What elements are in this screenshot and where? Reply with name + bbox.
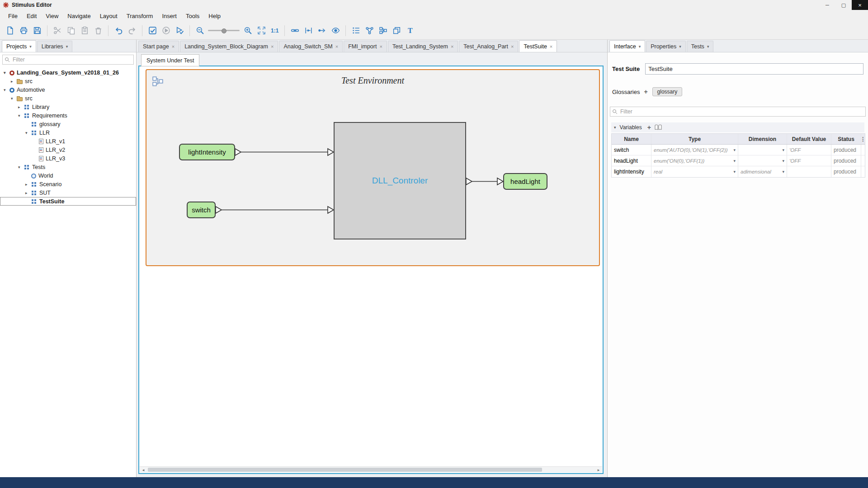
tree-item-tests[interactable]: ▾Tests xyxy=(0,163,136,171)
tab-landing-system-block-diagram[interactable]: Landing_System_Block_Diagram× xyxy=(180,41,278,52)
simulate-button[interactable] xyxy=(173,24,186,37)
close-icon[interactable]: × xyxy=(511,44,514,49)
ports-button[interactable] xyxy=(302,24,315,37)
close-icon[interactable]: × xyxy=(335,44,338,49)
link-button[interactable] xyxy=(288,24,301,37)
observer-button[interactable] xyxy=(329,24,342,37)
cell-dimension[interactable]: ▾ xyxy=(738,155,787,166)
paste-button[interactable] xyxy=(78,24,91,37)
zoom-in-button[interactable] xyxy=(241,24,254,37)
zoom-slider[interactable] xyxy=(208,24,240,37)
validate-button[interactable] xyxy=(146,24,159,37)
menu-layout[interactable]: Layout xyxy=(95,11,122,21)
expander-icon[interactable]: ▸ xyxy=(18,105,24,109)
relations-button[interactable] xyxy=(363,24,376,37)
tree-item-world[interactable]: World xyxy=(0,171,136,180)
copy-button[interactable] xyxy=(65,24,77,37)
minimize-button[interactable]: ─ xyxy=(819,0,835,10)
cell-dimension[interactable]: ▾ xyxy=(738,145,787,155)
table-row-headlight[interactable]: headLight enum('ON(0),'OFF(1))▾ ▾ 'OFF p… xyxy=(612,155,865,166)
close-icon[interactable]: × xyxy=(451,44,453,49)
expander-icon[interactable]: ▾ xyxy=(4,70,9,75)
fit-to-view-button[interactable] xyxy=(255,24,268,37)
menu-navigate[interactable]: Navigate xyxy=(63,11,95,21)
tab-start-page[interactable]: Start page× xyxy=(138,41,179,52)
zoom-reset-button[interactable]: 1:1 xyxy=(269,24,281,37)
tree-item-testsuite[interactable]: TestSuite xyxy=(0,197,136,206)
close-icon[interactable]: × xyxy=(271,44,274,49)
menu-view[interactable]: View xyxy=(41,11,63,21)
tree-item-llr-v3[interactable]: LLR_v3 xyxy=(0,154,136,163)
table-menu-icon[interactable]: ⋮ xyxy=(861,136,865,142)
tab-projects[interactable]: Projects ▾ xyxy=(2,40,36,52)
scroll-right-button[interactable]: ▸ xyxy=(595,467,602,473)
close-icon[interactable]: × xyxy=(379,44,382,49)
zoom-slider-knob[interactable] xyxy=(222,28,226,33)
dimension-dropdown-icon[interactable]: ▾ xyxy=(780,148,784,152)
tree-item-requirements[interactable]: ▾Requirements xyxy=(0,111,136,120)
close-icon[interactable]: × xyxy=(172,44,175,49)
diagram-canvas[interactable]: Test Environment xyxy=(138,66,604,474)
expander-icon[interactable]: ▾ xyxy=(18,165,24,169)
menu-tools[interactable]: Tools xyxy=(181,11,204,21)
menu-edit[interactable]: Edit xyxy=(22,11,41,21)
tree-item-src[interactable]: ▸src xyxy=(0,77,136,85)
expander-icon[interactable]: ▾ xyxy=(614,125,616,130)
chevron-down-icon[interactable]: ▾ xyxy=(66,44,68,49)
tree-item-sut[interactable]: ▸SUT xyxy=(0,188,136,197)
table-row-lightintensity[interactable]: lightIntensity real▾ adimensional▾ produ… xyxy=(612,166,865,177)
tab-test-landing-system[interactable]: Test_Landing_System× xyxy=(388,41,458,52)
tab-testsuite[interactable]: TestSuite× xyxy=(519,40,557,52)
menu-file[interactable]: File xyxy=(4,11,22,21)
scrollbar-track[interactable] xyxy=(147,467,595,473)
undo-button[interactable] xyxy=(112,24,125,37)
expander-icon[interactable]: ▸ xyxy=(25,191,31,195)
tree-item-llr-v1[interactable]: LLR_v1 xyxy=(0,137,136,145)
cut-button[interactable] xyxy=(51,24,64,37)
horizontal-scrollbar[interactable]: ◂ ▸ xyxy=(140,466,602,473)
menu-transform[interactable]: Transform xyxy=(122,11,158,21)
menu-insert[interactable]: Insert xyxy=(157,11,181,21)
connector-button[interactable] xyxy=(316,24,328,37)
cell-type[interactable]: real▾ xyxy=(651,166,738,177)
menu-help[interactable]: Help xyxy=(204,11,225,21)
cell-type[interactable]: enum('ON(0),'OFF(1))▾ xyxy=(651,155,738,166)
input-block-switch[interactable]: switch xyxy=(187,202,216,218)
variables-filter-input[interactable] xyxy=(610,107,866,117)
cell-default-value[interactable]: 'OFF xyxy=(787,155,831,166)
add-glossary-button[interactable]: + xyxy=(644,88,647,95)
save-button[interactable] xyxy=(31,24,43,37)
redo-button[interactable] xyxy=(126,24,138,37)
add-variable-button[interactable]: + xyxy=(647,124,651,131)
cell-dimension[interactable]: adimensional▾ xyxy=(738,166,787,177)
dimension-dropdown-icon[interactable]: ▾ xyxy=(780,159,784,163)
type-dropdown-icon[interactable]: ▾ xyxy=(731,159,736,163)
tree-item-glossary[interactable]: glossary xyxy=(0,120,136,128)
expander-icon[interactable]: ▾ xyxy=(18,113,24,118)
cell-type[interactable]: enum('AUTO(0),'ON(1),'OFF(2))▾ xyxy=(651,145,738,155)
tree-item-scenario[interactable]: ▸Scenario xyxy=(0,180,136,188)
expander-icon[interactable]: ▸ xyxy=(25,182,31,187)
cell-default-value[interactable] xyxy=(787,166,831,177)
expander-icon[interactable]: ▾ xyxy=(11,96,17,101)
table-row-switch[interactable]: switch enum('AUTO(0),'ON(1),'OFF(2))▾ ▾ … xyxy=(612,145,865,155)
input-block-lightintensity[interactable]: lightIntensity xyxy=(179,144,235,160)
tree-item-landing-gears[interactable]: ▾Landing_Gears_System_v2018_01_26 xyxy=(0,68,136,77)
controller-block[interactable]: DLL_Controler xyxy=(334,122,466,239)
tree-item-src[interactable]: ▾src xyxy=(0,94,136,103)
new-file-button[interactable] xyxy=(4,24,16,37)
scrollbar-thumb[interactable] xyxy=(148,468,542,472)
print-button[interactable] xyxy=(17,24,30,37)
tab-libraries[interactable]: Libraries ▾ xyxy=(37,41,72,52)
test-suite-input[interactable] xyxy=(645,63,863,75)
type-dropdown-icon[interactable]: ▾ xyxy=(731,169,736,174)
close-button[interactable]: × xyxy=(852,0,868,10)
chevron-down-icon[interactable]: ▾ xyxy=(707,44,709,49)
maximize-button[interactable]: ▢ xyxy=(835,0,852,10)
tree-item-llr[interactable]: ▾LLR xyxy=(0,128,136,137)
expander-icon[interactable]: ▸ xyxy=(11,79,17,84)
tab-fmi-import[interactable]: FMI_import× xyxy=(344,41,387,52)
scroll-left-button[interactable]: ◂ xyxy=(140,467,147,473)
tab-tests[interactable]: Tests▾ xyxy=(687,41,714,52)
chevron-down-icon[interactable]: ▾ xyxy=(29,44,32,49)
